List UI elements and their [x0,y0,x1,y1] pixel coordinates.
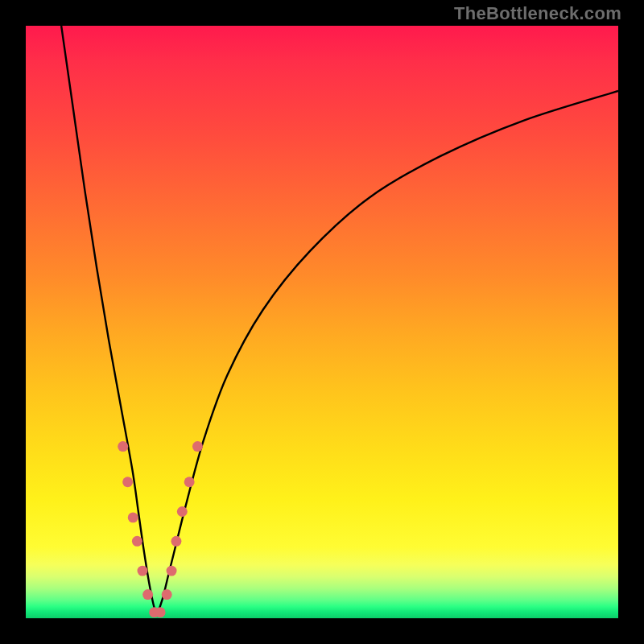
marker-dot [122,477,133,487]
marker-dot [155,607,166,617]
bottleneck-curve [61,26,618,613]
marker-dots-group [118,441,203,617]
marker-dot [167,566,177,576]
watermark-text: TheBottleneck.com [454,3,621,24]
marker-dot [138,566,148,576]
marker-dot [132,536,142,547]
marker-dot [171,536,181,547]
chart-frame: TheBottleneck.com [0,0,644,644]
marker-dot [184,477,195,487]
marker-dot [162,589,172,600]
marker-dot [118,441,128,452]
plot-area [26,26,618,618]
marker-dot [128,512,138,522]
marker-dot [177,506,188,517]
marker-dot [142,589,153,600]
curve-layer [26,26,618,618]
marker-dot [192,441,203,452]
